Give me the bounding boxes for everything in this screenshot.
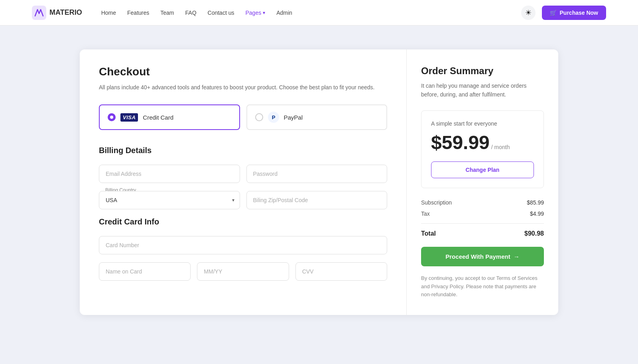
tax-label: Tax bbox=[421, 211, 430, 217]
payment-option-paypal[interactable]: P PayPal bbox=[246, 104, 388, 130]
nav-features[interactable]: Features bbox=[127, 10, 149, 16]
card-name-input[interactable] bbox=[99, 262, 191, 281]
summary-divider bbox=[421, 223, 544, 224]
terms-text: By continuing, you accept to our Terms o… bbox=[421, 274, 544, 299]
zip-input[interactable] bbox=[246, 191, 388, 209]
plan-price-wrapper: $59.99 / month bbox=[431, 132, 534, 153]
paypal-radio bbox=[255, 113, 263, 121]
logo[interactable]: MATERIO bbox=[32, 6, 82, 20]
total-label: Total bbox=[421, 230, 436, 237]
password-input[interactable] bbox=[246, 165, 388, 183]
plan-card: A simple start for everyone $59.99 / mon… bbox=[421, 110, 544, 188]
nav-contact[interactable]: Contact us bbox=[208, 10, 234, 16]
email-input[interactable] bbox=[99, 165, 240, 183]
purchase-now-button[interactable]: 🛒 Purchase Now bbox=[542, 6, 606, 20]
credit-card-title: Credit Card Info bbox=[99, 217, 387, 226]
billing-details-section: Billing Details Billing Country USA bbox=[99, 146, 387, 209]
nav-faq[interactable]: FAQ bbox=[185, 10, 197, 16]
plan-name: A simple start for everyone bbox=[431, 120, 534, 127]
paypal-label: PayPal bbox=[284, 114, 303, 121]
country-select-wrapper: USA UK Canada bbox=[99, 191, 240, 209]
card-cvv-input[interactable] bbox=[295, 262, 387, 281]
payment-methods: VISA Credit Card P PayPal bbox=[99, 104, 387, 130]
visa-logo-icon: VISA bbox=[120, 113, 138, 122]
card-cvv-wrapper bbox=[295, 262, 387, 281]
chevron-down-icon: ▾ bbox=[263, 10, 265, 16]
country-field-wrapper: Billing Country USA UK Canada bbox=[99, 191, 240, 209]
billing-title: Billing Details bbox=[99, 146, 387, 155]
summary-description: It can help you manage and service order… bbox=[421, 81, 544, 99]
nav-right: ☀ 🛒 Purchase Now bbox=[521, 6, 606, 20]
subscription-line: Subscription $85.99 bbox=[421, 199, 544, 206]
credit-card-section: Credit Card Info bbox=[99, 217, 387, 281]
change-plan-button[interactable]: Change Plan bbox=[431, 161, 534, 178]
email-field-wrapper bbox=[99, 165, 240, 183]
tax-value: $4.99 bbox=[530, 211, 544, 217]
nav-team[interactable]: Team bbox=[160, 10, 174, 16]
billing-row-1 bbox=[99, 165, 387, 183]
cart-icon: 🛒 bbox=[550, 10, 557, 16]
paypal-icon: P bbox=[268, 112, 279, 123]
order-summary-panel: Order Summary It can help you manage and… bbox=[407, 49, 558, 315]
zip-field-wrapper bbox=[246, 191, 388, 209]
country-select[interactable]: USA UK Canada bbox=[99, 191, 240, 209]
total-line: Total $90.98 bbox=[421, 230, 544, 237]
card-expiry-input[interactable] bbox=[197, 262, 289, 281]
navbar: MATERIO Home Features Team FAQ Contact u… bbox=[0, 0, 638, 26]
price-amount: $59.99 bbox=[431, 132, 490, 153]
checkout-title: Checkout bbox=[99, 65, 387, 78]
card-extra-row bbox=[99, 262, 387, 281]
total-value: $90.98 bbox=[524, 230, 544, 237]
card-name-wrapper bbox=[99, 262, 191, 281]
subscription-value: $85.99 bbox=[527, 199, 544, 206]
credit-card-label: Credit Card bbox=[143, 114, 173, 121]
theme-toggle-button[interactable]: ☀ bbox=[521, 6, 536, 20]
card-number-input[interactable] bbox=[99, 236, 387, 254]
nav-pages-label: Pages bbox=[245, 10, 261, 16]
nav-links: Home Features Team FAQ Contact us Pages … bbox=[101, 10, 508, 16]
credit-card-radio bbox=[108, 113, 116, 121]
checkout-description: All plans include 40+ advanced tools and… bbox=[99, 83, 387, 92]
nav-pages-dropdown[interactable]: Pages ▾ bbox=[245, 10, 265, 16]
purchase-btn-label: Purchase Now bbox=[560, 10, 598, 16]
tax-line: Tax $4.99 bbox=[421, 211, 544, 217]
checkout-grid: Checkout All plans include 40+ advanced … bbox=[80, 49, 558, 315]
proceed-btn-label: Proceed With Payment bbox=[445, 253, 510, 260]
payment-option-credit-card[interactable]: VISA Credit Card bbox=[99, 104, 240, 130]
card-expiry-wrapper bbox=[197, 262, 289, 281]
nav-home[interactable]: Home bbox=[101, 10, 116, 16]
proceed-arrow-icon: → bbox=[514, 253, 520, 260]
page-body: Checkout All plans include 40+ advanced … bbox=[0, 26, 638, 339]
svg-text:P: P bbox=[272, 114, 275, 120]
price-period: / month bbox=[491, 144, 510, 150]
summary-title: Order Summary bbox=[421, 65, 544, 77]
nav-admin[interactable]: Admin bbox=[276, 10, 292, 16]
checkout-panel: Checkout All plans include 40+ advanced … bbox=[80, 49, 407, 315]
billing-row-2: Billing Country USA UK Canada bbox=[99, 191, 387, 209]
password-field-wrapper bbox=[246, 165, 388, 183]
subscription-label: Subscription bbox=[421, 199, 452, 206]
logo-text: MATERIO bbox=[49, 8, 82, 17]
sun-icon: ☀ bbox=[525, 8, 532, 17]
proceed-with-payment-button[interactable]: Proceed With Payment → bbox=[421, 247, 544, 266]
